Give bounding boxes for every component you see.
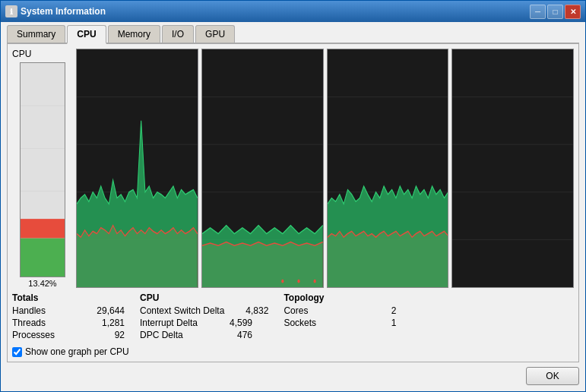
- topology-title: Topology: [283, 292, 396, 303]
- close-button[interactable]: ✕: [565, 5, 581, 19]
- show-one-graph-checkbox[interactable]: [12, 347, 22, 357]
- topology-group: Topology Cores 2 Sockets 1: [283, 292, 396, 342]
- cpu-bar-label: CPU: [12, 49, 31, 59]
- interrupt-row: Interrupt Delta 4,599: [140, 318, 268, 328]
- graph-2: [201, 49, 324, 288]
- context-switch-label: Context Switch Delta: [140, 305, 224, 316]
- interrupt-label: Interrupt Delta: [140, 318, 208, 328]
- svg-rect-30: [452, 49, 573, 287]
- maximize-button[interactable]: □: [547, 5, 563, 19]
- show-one-graph-label: Show one graph per CPU: [25, 346, 129, 357]
- graph-3: [327, 49, 449, 288]
- ok-button[interactable]: OK: [526, 367, 579, 385]
- checkbox-row: Show one graph per CPU: [12, 346, 574, 357]
- main-panel: CPU 13.42: [7, 44, 579, 362]
- processes-label: Processes: [12, 330, 81, 340]
- dpc-value: 476: [214, 330, 252, 340]
- dpc-row: DPC Delta 476: [140, 330, 268, 340]
- footer: OK: [7, 362, 579, 385]
- processes-value: 92: [87, 330, 125, 340]
- svg-point-21: [297, 280, 299, 283]
- bottom-section: Totals Handles 29,644 Threads 1,281 Proc…: [12, 292, 574, 342]
- context-switch-value: 4,832: [230, 305, 268, 316]
- context-switch-row: Context Switch Delta 4,832: [140, 305, 268, 316]
- graphs-area: [76, 49, 574, 288]
- svg-point-20: [281, 280, 283, 283]
- graph-1: [76, 49, 198, 288]
- minimize-button[interactable]: ─: [530, 5, 546, 19]
- svg-point-22: [313, 280, 315, 283]
- handles-value: 29,644: [87, 305, 125, 316]
- tab-summary[interactable]: Summary: [7, 25, 65, 43]
- handles-row: Handles 29,644: [12, 305, 125, 316]
- graphs-row: CPU 13.42: [12, 49, 574, 288]
- interrupt-value: 4,599: [214, 318, 252, 328]
- cpu-info-group: CPU Context Switch Delta 4,832 Interrupt…: [140, 292, 268, 342]
- tab-cpu[interactable]: CPU: [67, 25, 106, 44]
- content-area: Summary CPU Memory I/O GPU CPU: [1, 22, 585, 391]
- processes-row: Processes 92: [12, 330, 125, 340]
- tab-gpu[interactable]: GPU: [195, 25, 235, 43]
- titlebar-buttons: ─ □ ✕: [530, 5, 581, 19]
- window-title: System Information: [21, 6, 530, 17]
- svg-marker-19: [202, 226, 323, 287]
- cpu-percent-label: 13.42%: [28, 279, 56, 288]
- svg-rect-4: [21, 238, 65, 277]
- dpc-label: DPC Delta: [140, 330, 208, 340]
- totals-title: Totals: [12, 292, 125, 303]
- handles-label: Handles: [12, 305, 81, 316]
- tab-io[interactable]: I/O: [162, 25, 194, 43]
- sockets-row: Sockets 1: [283, 318, 396, 328]
- tab-memory[interactable]: Memory: [108, 25, 160, 43]
- cores-label: Cores: [283, 305, 352, 316]
- titlebar: ℹ System Information ─ □ ✕: [1, 1, 585, 22]
- threads-value: 1,281: [87, 318, 125, 328]
- cpu-bar-grid: [21, 63, 65, 277]
- cpu-bar-container: [20, 62, 65, 277]
- cpu-bar-panel: CPU 13.42: [12, 49, 73, 288]
- main-window: ℹ System Information ─ □ ✕ Summary CPU M…: [0, 0, 586, 392]
- sockets-label: Sockets: [283, 318, 352, 328]
- app-icon: ℹ: [5, 5, 17, 17]
- cores-value: 2: [358, 305, 396, 316]
- cpu-info-title: CPU: [140, 292, 268, 303]
- tab-bar: Summary CPU Memory I/O GPU: [7, 25, 579, 44]
- totals-group: Totals Handles 29,644 Threads 1,281 Proc…: [12, 292, 125, 342]
- sockets-value: 1: [358, 318, 396, 328]
- cores-row: Cores 2: [283, 305, 396, 316]
- threads-label: Threads: [12, 318, 81, 328]
- svg-rect-5: [21, 219, 65, 238]
- threads-row: Threads 1,281: [12, 318, 125, 328]
- graph-4: [451, 49, 574, 288]
